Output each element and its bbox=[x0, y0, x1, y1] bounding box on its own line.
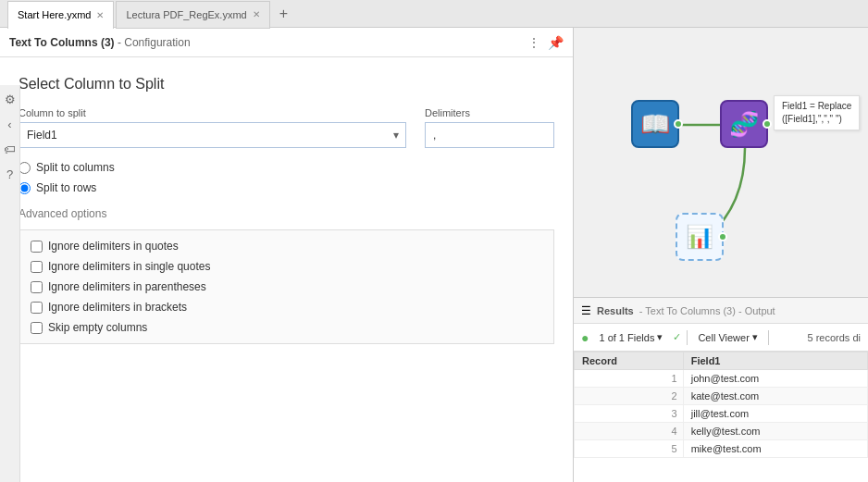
row-num: 2 bbox=[575, 388, 684, 405]
row-num: 1 bbox=[575, 370, 684, 388]
results-title: Results bbox=[597, 305, 634, 316]
records-info: 5 records di bbox=[808, 332, 861, 343]
advanced-options-group: Advanced options Ignore delimiters in qu… bbox=[19, 207, 554, 344]
col-field1: Field1 bbox=[683, 352, 867, 370]
panel-body: Select Column to Split Column to split F… bbox=[0, 57, 573, 376]
table-icon: 📊 bbox=[686, 224, 713, 250]
node-tooltip: Field1 = Replace ([Field1],","," ") bbox=[774, 95, 860, 130]
fields-selector[interactable]: 1 of 1 Fields ▾ bbox=[594, 329, 667, 345]
output-dot bbox=[674, 119, 683, 129]
table-header-row: Record Field1 bbox=[575, 352, 868, 370]
tab-close-btn[interactable]: ✕ bbox=[253, 9, 260, 19]
radio-group: Split to columns Split to rows bbox=[19, 161, 554, 194]
check-icon: ✓ bbox=[673, 331, 681, 343]
option-1-checkbox[interactable] bbox=[31, 241, 43, 253]
option-3[interactable]: Ignore delimiters in parentheses bbox=[31, 280, 542, 293]
option-4-label: Ignore delimiters in brackets bbox=[48, 301, 187, 314]
results-subtitle: - Text To Columns (3) - Output bbox=[639, 305, 775, 316]
row-value: jill@test.com bbox=[683, 405, 867, 423]
split-columns-label: Split to columns bbox=[36, 161, 115, 174]
row-value: mike@test.com bbox=[683, 440, 867, 458]
column-select[interactable]: Field1 bbox=[19, 122, 406, 148]
config-panel: Select Column to Split Column to split F… bbox=[0, 57, 573, 482]
option-1-label: Ignore delimiters in quotes bbox=[48, 240, 179, 253]
option-4[interactable]: Ignore delimiters in brackets bbox=[31, 301, 542, 314]
results-toolbar: ● 1 of 1 Fields ▾ ✓ Cell Viewer ▾ 5 reco… bbox=[574, 324, 868, 352]
results-table: Record Field1 1john@test.com2kate@test.c… bbox=[574, 352, 868, 458]
fields-info: 1 of 1 Fields bbox=[599, 332, 654, 343]
settings-icon[interactable]: ⚙ bbox=[5, 93, 16, 106]
split-rows-label: Split to rows bbox=[36, 181, 96, 194]
table-row: 4kelly@test.com bbox=[575, 423, 868, 440]
row-value: kate@test.com bbox=[683, 388, 867, 405]
data-table: Record Field1 1john@test.com2kate@test.c… bbox=[574, 352, 868, 482]
tab-bar: Start Here.yxmd ✕ Lectura PDF_RegEx.yxmd… bbox=[0, 0, 868, 28]
column-select-wrapper: Field1 ▾ bbox=[19, 122, 406, 148]
row-num: 4 bbox=[575, 423, 684, 440]
split-columns-radio[interactable]: Split to columns bbox=[19, 161, 554, 174]
tab-start-here[interactable]: Start Here.yxmd ✕ bbox=[7, 1, 114, 29]
results-header: ☰ Results - Text To Columns (3) - Output bbox=[574, 298, 868, 324]
col-record: Record bbox=[575, 352, 684, 370]
row-num: 3 bbox=[575, 405, 684, 423]
header-icons: ⋮ 📌 bbox=[527, 35, 564, 50]
book-icon: 📖 bbox=[640, 110, 670, 139]
node-table[interactable]: 📊 bbox=[676, 213, 724, 261]
ellipsis-icon[interactable]: ⋮ bbox=[527, 35, 540, 50]
question-icon[interactable]: ? bbox=[6, 167, 13, 181]
column-form-group: Column to split Field1 ▾ Delimiters bbox=[19, 107, 554, 148]
option-5[interactable]: Skip empty columns bbox=[31, 321, 542, 334]
node-book-box: 📖 bbox=[631, 100, 679, 148]
canvas-area: 📖 🧬 Field1 = Replace ([Field1],","," ") bbox=[574, 28, 868, 297]
tab-label: Start Here.yxmd bbox=[18, 9, 91, 20]
side-icons: ⚙ ‹ 🏷 ? bbox=[0, 85, 20, 482]
cell-viewer-label: Cell Viewer bbox=[698, 332, 749, 343]
tab-close-btn[interactable]: ✕ bbox=[96, 10, 104, 20]
tag-icon[interactable]: 🏷 bbox=[4, 142, 16, 156]
cell-viewer-btn[interactable]: Cell Viewer ▾ bbox=[693, 329, 762, 345]
input-row: Column to split Field1 ▾ Delimiters bbox=[19, 107, 554, 148]
panel-title: Select Column to Split bbox=[19, 76, 554, 93]
table-row: 1john@test.com bbox=[575, 370, 868, 388]
new-tab-button[interactable]: + bbox=[272, 6, 295, 22]
option-3-checkbox[interactable] bbox=[31, 281, 43, 293]
node-table-box: 📊 bbox=[676, 213, 724, 261]
option-1[interactable]: Ignore delimiters in quotes bbox=[31, 240, 542, 253]
back-icon[interactable]: ‹ bbox=[7, 117, 11, 131]
options-box: Ignore delimiters in quotes Ignore delim… bbox=[19, 229, 554, 344]
table-row: 5mike@test.com bbox=[575, 440, 868, 458]
delimiters-label: Delimiters bbox=[425, 107, 554, 118]
right-panel: 📖 🧬 Field1 = Replace ([Field1],","," ") bbox=[574, 28, 868, 482]
input-dot bbox=[718, 232, 727, 241]
fields-chevron: ▾ bbox=[657, 331, 663, 343]
row-value: kelly@test.com bbox=[683, 423, 867, 440]
toolbar-sep bbox=[687, 330, 688, 345]
table-row: 2kate@test.com bbox=[575, 388, 868, 405]
left-panel: Text To Columns (3) - Configuration ⋮ 📌 … bbox=[0, 28, 574, 482]
output-dot-2 bbox=[763, 119, 772, 129]
option-4-checkbox[interactable] bbox=[31, 302, 43, 314]
node-book[interactable]: 📖 bbox=[631, 100, 679, 148]
split-rows-radio[interactable]: Split to rows bbox=[19, 181, 554, 194]
list-icon: ☰ bbox=[581, 304, 591, 317]
row-value: john@test.com bbox=[683, 370, 867, 388]
option-5-checkbox[interactable] bbox=[31, 322, 43, 334]
table-row: 3jill@test.com bbox=[575, 405, 868, 423]
green-indicator: ● bbox=[581, 330, 589, 345]
column-label: Column to split bbox=[19, 107, 406, 118]
option-2[interactable]: Ignore delimiters in single quotes bbox=[31, 260, 542, 273]
tab-lectura[interactable]: Lectura PDF_RegEx.yxmd ✕ bbox=[116, 1, 269, 29]
toolbar-sep-2 bbox=[768, 330, 769, 345]
column-group: Column to split Field1 ▾ bbox=[19, 107, 406, 148]
pin-icon[interactable]: 📌 bbox=[548, 35, 564, 50]
delimiters-input[interactable] bbox=[425, 122, 554, 148]
node-flask[interactable]: 🧬 Field1 = Replace ([Field1],","," ") bbox=[720, 100, 768, 148]
config-title: Text To Columns (3) - Configuration bbox=[9, 36, 191, 49]
option-2-checkbox[interactable] bbox=[31, 261, 43, 273]
config-header: Text To Columns (3) - Configuration ⋮ 📌 bbox=[0, 28, 573, 57]
tab-label: Lectura PDF_RegEx.yxmd bbox=[126, 9, 246, 20]
flask-icon: 🧬 bbox=[729, 110, 759, 139]
advanced-label: Advanced options bbox=[19, 207, 554, 220]
row-num: 5 bbox=[575, 440, 684, 458]
main-layout: Text To Columns (3) - Configuration ⋮ 📌 … bbox=[0, 28, 868, 482]
